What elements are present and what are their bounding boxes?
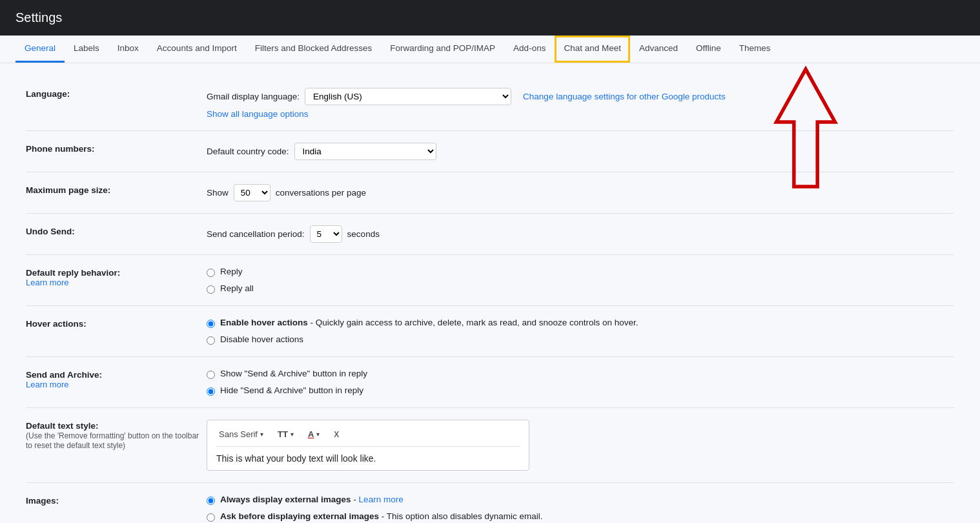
- hover-actions-label: Hover actions:: [26, 318, 207, 329]
- font-family-label: Sans Serif: [219, 429, 258, 439]
- cancellation-label: Send cancellation period:: [207, 229, 305, 239]
- images-control: Always display external images - Learn m…: [207, 495, 954, 522]
- default-text-style-label: Default text style: (Use the 'Remove for…: [26, 420, 207, 450]
- images-row: Images: Always display external images -…: [26, 483, 954, 523]
- gmail-display-label: Gmail display language:: [207, 92, 300, 101]
- ask-before-label: Ask before displaying external images - …: [220, 511, 542, 521]
- top-bar: Settings: [0, 0, 980, 36]
- nav-tab-filters[interactable]: Filters and Blocked Addresses: [246, 36, 382, 63]
- text-color-icon: A: [308, 429, 314, 439]
- hide-send-archive-option[interactable]: Hide "Send & Archive" button in reply: [207, 385, 954, 396]
- default-text-style-control: Sans Serif ▾ TT ▾ A ▾ x This is wh: [207, 420, 954, 471]
- text-style-box: Sans Serif ▾ TT ▾ A ▾ x This is wh: [207, 420, 529, 471]
- nav-tab-themes[interactable]: Themes: [730, 36, 780, 63]
- language-row: Language: Gmail display language: Englis…: [26, 76, 954, 131]
- font-size-chevron: ▾: [291, 431, 294, 438]
- images-learn-more-link[interactable]: Learn more: [359, 495, 403, 504]
- app-title: Settings: [15, 10, 62, 25]
- font-family-chevron: ▾: [260, 431, 263, 438]
- max-page-size-control: Show 1015202550100 conversations per pag…: [207, 184, 954, 201]
- phone-numbers-label: Phone numbers:: [26, 143, 207, 154]
- reply-all-option[interactable]: Reply all: [207, 283, 954, 294]
- max-page-size-row: Maximum page size: Show 1015202550100 co…: [26, 172, 954, 214]
- images-radio-group: Always display external images - Learn m…: [207, 495, 954, 522]
- disable-hover-option[interactable]: Disable hover actions: [207, 334, 954, 345]
- font-size-button[interactable]: TT ▾: [275, 428, 296, 440]
- text-color-button[interactable]: A ▾: [305, 428, 322, 440]
- always-display-option[interactable]: Always display external images - Learn m…: [207, 495, 954, 505]
- disable-hover-radio[interactable]: [207, 336, 215, 345]
- send-archive-row: Send and Archive: Learn more Show "Send …: [26, 357, 954, 408]
- language-select[interactable]: English (US)English (UK)HindiSpanishFren…: [305, 88, 511, 105]
- show-send-archive-option[interactable]: Show "Send & Archive" button in reply: [207, 369, 954, 379]
- text-color-chevron: ▾: [316, 431, 320, 438]
- reply-all-label: Reply all: [220, 283, 254, 293]
- text-style-preview: This is what your body text will look li…: [216, 453, 520, 464]
- reply-all-radio[interactable]: [207, 285, 215, 294]
- send-archive-learn-more[interactable]: Learn more: [26, 380, 207, 389]
- language-control: Gmail display language: English (US)Engl…: [207, 88, 954, 119]
- nav-tab-accounts-import[interactable]: Accounts and Import: [148, 36, 246, 63]
- phone-numbers-row: Phone numbers: Default country code: Ind…: [26, 131, 954, 172]
- font-family-button[interactable]: Sans Serif ▾: [216, 428, 266, 440]
- show-send-archive-radio[interactable]: [207, 371, 215, 379]
- nav-tab-advanced[interactable]: Advanced: [630, 36, 687, 63]
- page-size-select[interactable]: 1015202550100: [234, 184, 271, 201]
- hide-send-archive-radio[interactable]: [207, 387, 215, 396]
- nav-tab-add-ons[interactable]: Add-ons: [504, 36, 555, 63]
- send-archive-radio-group: Show "Send & Archive" button in reply Hi…: [207, 369, 954, 396]
- nav-tab-forwarding[interactable]: Forwarding and POP/IMAP: [381, 36, 504, 63]
- default-country-label: Default country code:: [207, 147, 289, 156]
- max-page-size-label: Maximum page size:: [26, 184, 207, 195]
- enable-hover-radio[interactable]: [207, 320, 215, 328]
- always-display-radio[interactable]: [207, 497, 215, 505]
- disable-hover-label: Disable hover actions: [220, 334, 303, 344]
- default-reply-radio-group: Reply Reply all: [207, 267, 954, 294]
- phone-numbers-control: Default country code: IndiaUnited States…: [207, 143, 954, 160]
- enable-hover-option[interactable]: Enable hover actions - Quickly gain acce…: [207, 318, 954, 328]
- cancellation-period-select[interactable]: 5102030: [310, 225, 342, 243]
- default-text-style-sublabel: (Use the 'Remove formatting' button on t…: [26, 431, 199, 450]
- reply-radio[interactable]: [207, 269, 215, 277]
- change-language-link[interactable]: Change language settings for other Googl…: [523, 92, 726, 101]
- nav-tab-general[interactable]: General: [15, 36, 65, 63]
- remove-formatting-button[interactable]: x: [331, 427, 342, 441]
- hover-actions-control: Enable hover actions - Quickly gain acce…: [207, 318, 954, 345]
- hover-actions-row: Hover actions: Enable hover actions - Qu…: [26, 306, 954, 357]
- hover-actions-radio-group: Enable hover actions - Quickly gain acce…: [207, 318, 954, 345]
- send-archive-label: Send and Archive: Learn more: [26, 369, 207, 389]
- nav-tab-inbox[interactable]: Inbox: [108, 36, 148, 63]
- main-content: Language: Gmail display language: Englis…: [0, 63, 980, 523]
- default-reply-control: Reply Reply all: [207, 267, 954, 294]
- text-style-toolbar: Sans Serif ▾ TT ▾ A ▾ x: [216, 427, 520, 447]
- undo-send-label: Undo Send:: [26, 225, 207, 236]
- send-archive-control: Show "Send & Archive" button in reply Hi…: [207, 369, 954, 396]
- seconds-label: seconds: [347, 229, 380, 239]
- nav-tab-offline[interactable]: Offline: [687, 36, 730, 63]
- remove-formatting-icon: x: [334, 428, 339, 440]
- nav-tab-labels[interactable]: Labels: [65, 36, 108, 63]
- show-send-archive-label: Show "Send & Archive" button in reply: [220, 369, 367, 378]
- reply-label: Reply: [220, 267, 243, 276]
- images-label: Images:: [26, 495, 207, 506]
- enable-hover-label: Enable hover actions - Quickly gain acce…: [220, 318, 638, 327]
- always-display-label: Always display external images - Learn m…: [220, 495, 403, 504]
- conversations-label: conversations per page: [276, 188, 366, 198]
- default-reply-label: Default reply behavior: Learn more: [26, 267, 207, 287]
- default-text-style-row: Default text style: (Use the 'Remove for…: [26, 408, 954, 483]
- show-all-language-link[interactable]: Show all language options: [207, 109, 954, 119]
- nav-tab-chat-meet[interactable]: Chat and Meet: [555, 36, 630, 63]
- language-label: Language:: [26, 88, 207, 99]
- nav-tabs: GeneralLabelsInboxAccounts and ImportFil…: [0, 36, 980, 63]
- font-size-icon: TT: [278, 429, 288, 439]
- ask-before-radio[interactable]: [207, 513, 215, 522]
- default-reply-learn-more[interactable]: Learn more: [26, 278, 207, 287]
- hide-send-archive-label: Hide "Send & Archive" button in reply: [220, 385, 363, 395]
- reply-option[interactable]: Reply: [207, 267, 954, 277]
- default-reply-row: Default reply behavior: Learn more Reply…: [26, 255, 954, 306]
- country-select[interactable]: IndiaUnited StatesUnited KingdomAustrali…: [294, 143, 436, 160]
- ask-before-option[interactable]: Ask before displaying external images - …: [207, 511, 954, 522]
- show-label: Show: [207, 188, 229, 198]
- undo-send-control: Send cancellation period: 5102030 second…: [207, 225, 954, 243]
- undo-send-row: Undo Send: Send cancellation period: 510…: [26, 214, 954, 255]
